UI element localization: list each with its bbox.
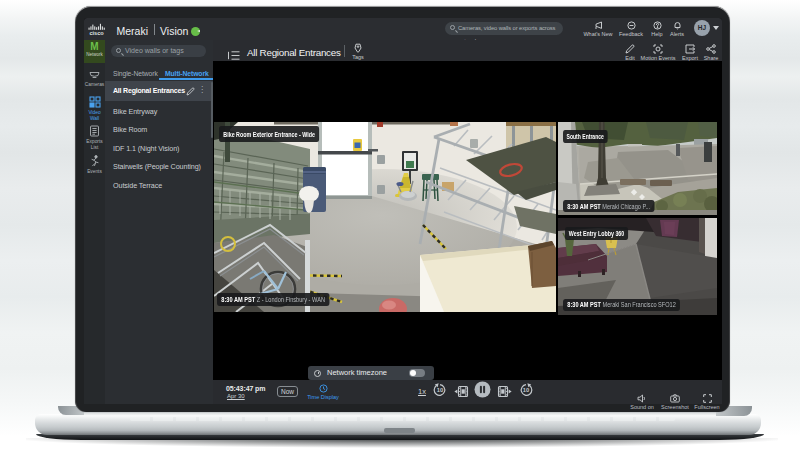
svg-text:cisco: cisco <box>89 30 104 36</box>
svg-text:10: 10 <box>523 387 529 393</box>
svg-text:10: 10 <box>437 387 443 393</box>
